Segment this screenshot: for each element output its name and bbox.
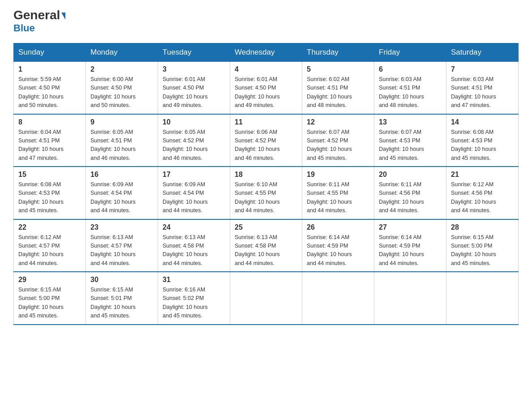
day-info: Sunrise: 6:08 AM Sunset: 4:53 PM Dayligh… — [451, 128, 514, 163]
calendar-cell: 9 Sunrise: 6:05 AM Sunset: 4:51 PM Dayli… — [86, 114, 158, 167]
calendar-cell: 18 Sunrise: 6:10 AM Sunset: 4:55 PM Dayl… — [230, 167, 302, 219]
day-number: 8 — [18, 118, 81, 126]
day-info: Sunrise: 6:02 AM Sunset: 4:51 PM Dayligh… — [307, 75, 369, 110]
day-number: 13 — [379, 118, 442, 126]
day-number: 31 — [163, 276, 225, 284]
day-number: 4 — [235, 65, 297, 73]
day-info: Sunrise: 6:04 AM Sunset: 4:51 PM Dayligh… — [18, 128, 81, 163]
day-number: 7 — [451, 65, 514, 73]
calendar-cell: 14 Sunrise: 6:08 AM Sunset: 4:53 PM Dayl… — [446, 114, 519, 167]
day-info: Sunrise: 6:11 AM Sunset: 4:56 PM Dayligh… — [379, 180, 442, 215]
day-info: Sunrise: 6:07 AM Sunset: 4:53 PM Dayligh… — [379, 128, 442, 163]
day-number: 10 — [163, 118, 225, 126]
calendar-cell: 4 Sunrise: 6:01 AM Sunset: 4:50 PM Dayli… — [230, 62, 302, 114]
day-number: 28 — [451, 223, 514, 231]
weekday-header-wednesday: Wednesday — [230, 43, 302, 62]
weekday-header-thursday: Thursday — [302, 43, 374, 62]
day-number: 24 — [163, 223, 225, 231]
day-number: 25 — [235, 223, 297, 231]
calendar-cell: 24 Sunrise: 6:13 AM Sunset: 4:58 PM Dayl… — [158, 219, 230, 272]
calendar-cell: 3 Sunrise: 6:01 AM Sunset: 4:50 PM Dayli… — [158, 62, 230, 114]
day-number: 22 — [18, 223, 81, 231]
day-number: 9 — [90, 118, 153, 126]
calendar-cell — [230, 272, 302, 325]
logo: General Blue — [13, 9, 65, 34]
calendar-cell: 1 Sunrise: 5:59 AM Sunset: 4:50 PM Dayli… — [14, 62, 86, 114]
page-header: General Blue — [13, 9, 519, 34]
day-info: Sunrise: 6:13 AM Sunset: 4:58 PM Dayligh… — [163, 233, 225, 268]
calendar-cell: 31 Sunrise: 6:16 AM Sunset: 5:02 PM Dayl… — [158, 272, 230, 325]
weekday-header-monday: Monday — [86, 43, 158, 62]
weekday-header-saturday: Saturday — [446, 43, 519, 62]
calendar-cell: 22 Sunrise: 6:12 AM Sunset: 4:57 PM Dayl… — [14, 219, 86, 272]
calendar-cell: 26 Sunrise: 6:14 AM Sunset: 4:59 PM Dayl… — [302, 219, 374, 272]
calendar-cell: 25 Sunrise: 6:13 AM Sunset: 4:58 PM Dayl… — [230, 219, 302, 272]
weekday-header-row: SundayMondayTuesdayWednesdayThursdayFrid… — [14, 43, 519, 62]
logo-blue: Blue — [13, 22, 35, 34]
weekday-header-tuesday: Tuesday — [158, 43, 230, 62]
day-info: Sunrise: 6:05 AM Sunset: 4:52 PM Dayligh… — [163, 128, 225, 163]
calendar-cell: 13 Sunrise: 6:07 AM Sunset: 4:53 PM Dayl… — [374, 114, 446, 167]
day-number: 2 — [90, 65, 153, 73]
calendar-cell: 11 Sunrise: 6:06 AM Sunset: 4:52 PM Dayl… — [230, 114, 302, 167]
calendar-cell: 7 Sunrise: 6:03 AM Sunset: 4:51 PM Dayli… — [446, 62, 519, 114]
day-info: Sunrise: 6:01 AM Sunset: 4:50 PM Dayligh… — [235, 75, 297, 110]
day-info: Sunrise: 6:15 AM Sunset: 5:00 PM Dayligh… — [18, 286, 81, 321]
day-info: Sunrise: 6:08 AM Sunset: 4:53 PM Dayligh… — [18, 180, 81, 215]
day-number: 16 — [90, 171, 153, 179]
day-info: Sunrise: 6:07 AM Sunset: 4:52 PM Dayligh… — [307, 128, 369, 163]
day-info: Sunrise: 6:05 AM Sunset: 4:51 PM Dayligh… — [90, 128, 153, 163]
calendar-cell: 17 Sunrise: 6:09 AM Sunset: 4:54 PM Dayl… — [158, 167, 230, 219]
day-info: Sunrise: 6:10 AM Sunset: 4:55 PM Dayligh… — [235, 180, 297, 215]
calendar-cell: 30 Sunrise: 6:15 AM Sunset: 5:01 PM Dayl… — [86, 272, 158, 325]
day-info: Sunrise: 6:00 AM Sunset: 4:50 PM Dayligh… — [90, 75, 153, 110]
calendar-week-row: 15 Sunrise: 6:08 AM Sunset: 4:53 PM Dayl… — [14, 167, 519, 219]
calendar-cell: 6 Sunrise: 6:03 AM Sunset: 4:51 PM Dayli… — [374, 62, 446, 114]
day-info: Sunrise: 6:11 AM Sunset: 4:55 PM Dayligh… — [307, 180, 369, 215]
day-info: Sunrise: 6:01 AM Sunset: 4:50 PM Dayligh… — [163, 75, 225, 110]
calendar-cell: 21 Sunrise: 6:12 AM Sunset: 4:56 PM Dayl… — [446, 167, 519, 219]
day-number: 29 — [18, 276, 81, 284]
day-info: Sunrise: 6:09 AM Sunset: 4:54 PM Dayligh… — [163, 180, 225, 215]
day-number: 14 — [451, 118, 514, 126]
day-number: 21 — [451, 171, 514, 179]
day-number: 11 — [235, 118, 297, 126]
calendar-cell: 5 Sunrise: 6:02 AM Sunset: 4:51 PM Dayli… — [302, 62, 374, 114]
day-info: Sunrise: 6:12 AM Sunset: 4:56 PM Dayligh… — [451, 180, 514, 215]
calendar-cell: 2 Sunrise: 6:00 AM Sunset: 4:50 PM Dayli… — [86, 62, 158, 114]
logo-text: General — [13, 9, 65, 21]
calendar-cell — [446, 272, 519, 325]
calendar-cell: 16 Sunrise: 6:09 AM Sunset: 4:54 PM Dayl… — [86, 167, 158, 219]
calendar-cell — [302, 272, 374, 325]
day-info: Sunrise: 6:03 AM Sunset: 4:51 PM Dayligh… — [451, 75, 514, 110]
day-number: 19 — [307, 171, 369, 179]
calendar-cell: 27 Sunrise: 6:14 AM Sunset: 4:59 PM Dayl… — [374, 219, 446, 272]
day-number: 6 — [379, 65, 442, 73]
day-number: 27 — [379, 223, 442, 231]
day-info: Sunrise: 6:14 AM Sunset: 4:59 PM Dayligh… — [307, 233, 369, 268]
calendar-cell: 23 Sunrise: 6:13 AM Sunset: 4:57 PM Dayl… — [86, 219, 158, 272]
day-info: Sunrise: 5:59 AM Sunset: 4:50 PM Dayligh… — [18, 75, 81, 110]
day-info: Sunrise: 6:13 AM Sunset: 4:57 PM Dayligh… — [90, 233, 153, 268]
day-number: 1 — [18, 65, 81, 73]
day-number: 26 — [307, 223, 369, 231]
calendar-table: SundayMondayTuesdayWednesdayThursdayFrid… — [13, 43, 519, 325]
calendar-week-row: 1 Sunrise: 5:59 AM Sunset: 4:50 PM Dayli… — [14, 62, 519, 114]
day-info: Sunrise: 6:14 AM Sunset: 4:59 PM Dayligh… — [379, 233, 442, 268]
day-number: 30 — [90, 276, 153, 284]
calendar-week-row: 29 Sunrise: 6:15 AM Sunset: 5:00 PM Dayl… — [14, 272, 519, 325]
calendar-cell: 19 Sunrise: 6:11 AM Sunset: 4:55 PM Dayl… — [302, 167, 374, 219]
day-number: 18 — [235, 171, 297, 179]
calendar-week-row: 22 Sunrise: 6:12 AM Sunset: 4:57 PM Dayl… — [14, 219, 519, 272]
day-info: Sunrise: 6:15 AM Sunset: 5:01 PM Dayligh… — [90, 286, 153, 321]
calendar-cell: 29 Sunrise: 6:15 AM Sunset: 5:00 PM Dayl… — [14, 272, 86, 325]
day-info: Sunrise: 6:13 AM Sunset: 4:58 PM Dayligh… — [235, 233, 297, 268]
day-number: 23 — [90, 223, 153, 231]
calendar-cell: 15 Sunrise: 6:08 AM Sunset: 4:53 PM Dayl… — [14, 167, 86, 219]
day-number: 15 — [18, 171, 81, 179]
calendar-cell: 28 Sunrise: 6:15 AM Sunset: 5:00 PM Dayl… — [446, 219, 519, 272]
day-number: 20 — [379, 171, 442, 179]
day-info: Sunrise: 6:12 AM Sunset: 4:57 PM Dayligh… — [18, 233, 81, 268]
day-number: 12 — [307, 118, 369, 126]
calendar-cell: 20 Sunrise: 6:11 AM Sunset: 4:56 PM Dayl… — [374, 167, 446, 219]
